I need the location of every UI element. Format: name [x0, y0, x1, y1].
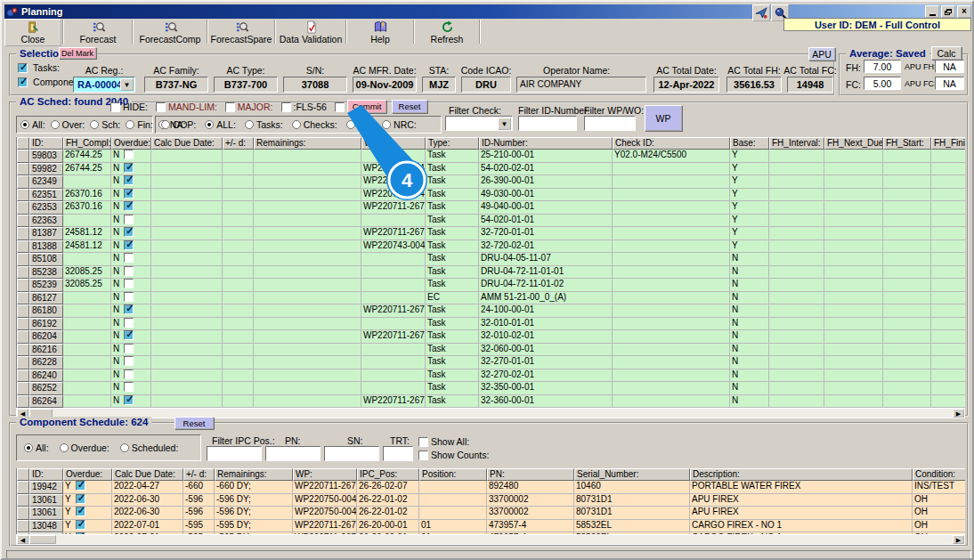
reset-button-component[interactable]: Reset: [175, 417, 214, 429]
aircraft-tool-button[interactable]: [752, 4, 770, 21]
column-header[interactable]: Calc Due Date:: [151, 137, 223, 150]
radio-button[interactable]: [382, 120, 391, 129]
ac-reg-combo[interactable]: RA-00004 ▼: [73, 77, 135, 93]
forecastspare-button[interactable]: ForecastSpare: [209, 19, 273, 46]
filter-check-combo[interactable]: ▼: [445, 116, 513, 131]
column-header[interactable]: Remainings:: [215, 468, 293, 481]
checkbox[interactable]: [110, 102, 120, 112]
table-row[interactable]: 86127NECAMM 51-21-00_0_(A)N: [17, 292, 965, 305]
row-checkbox[interactable]: [124, 227, 134, 237]
radio-button[interactable]: [245, 120, 254, 129]
commit-button[interactable]: Commit: [347, 100, 386, 113]
avg-fh-input[interactable]: 7.00: [864, 60, 901, 73]
checkbox[interactable]: [281, 102, 291, 112]
row-checkbox[interactable]: [124, 150, 134, 159]
radio-button[interactable]: [51, 120, 60, 129]
row-checkbox[interactable]: [124, 304, 134, 314]
column-header[interactable]: IPC_Pos:: [357, 468, 419, 481]
table-row[interactable]: 8138824581.12NWP220743-004Task32-720-02-…: [17, 240, 965, 254]
maximize-restore-button[interactable]: [941, 5, 955, 18]
column-header[interactable]: [17, 137, 29, 150]
row-checkbox[interactable]: [124, 240, 134, 250]
column-header[interactable]: FH_Next_Due:: [824, 137, 883, 150]
filter-wp-wo-input[interactable]: [584, 116, 636, 131]
row-checkbox[interactable]: [124, 330, 134, 340]
table-row[interactable]: 8523932085.25NTaskDRU-04-72-11-01-02N: [17, 279, 965, 292]
column-header[interactable]: FH_Start:: [883, 137, 931, 150]
column-header[interactable]: Overdue:: [63, 468, 112, 481]
column-header[interactable]: PN:: [487, 468, 574, 481]
table-row[interactable]: 5980326744.25NTask25-210-00-01Y02.0-M24/…: [17, 150, 965, 163]
table-row[interactable]: 86252NTask32-350-00-01N: [17, 382, 965, 395]
filter-ipc-pos-input[interactable]: [207, 446, 262, 461]
table-row[interactable]: 13048Y2022-07-01-595-595 DY;WP220711-267…: [17, 520, 965, 533]
column-header[interactable]: Overdue:: [111, 137, 151, 150]
column-header[interactable]: Position:: [419, 468, 487, 481]
radio-button[interactable]: [90, 120, 99, 129]
table-row[interactable]: 86192NTask32-010-01-01N: [17, 318, 965, 331]
radio-button[interactable]: [24, 443, 33, 452]
ac-sched-hscrollbar[interactable]: ◀ ▶: [16, 408, 965, 418]
row-checkbox[interactable]: [124, 266, 134, 276]
row-checkbox[interactable]: [76, 481, 85, 491]
close-button[interactable]: Close: [4, 19, 61, 46]
sn-input[interactable]: [324, 446, 379, 461]
filter-id-number-input[interactable]: [518, 116, 577, 131]
column-header[interactable]: WP:: [361, 137, 426, 150]
row-checkbox[interactable]: [124, 279, 134, 288]
forecast-button[interactable]: Forecast: [65, 19, 131, 46]
column-header[interactable]: ID-Number:: [479, 137, 613, 150]
row-checkbox[interactable]: [76, 494, 85, 504]
close-window-button[interactable]: ×: [957, 5, 971, 18]
row-checkbox[interactable]: [124, 201, 134, 211]
row-checkbox[interactable]: [124, 175, 134, 185]
radio-button[interactable]: [60, 443, 69, 452]
row-checkbox[interactable]: [124, 163, 134, 173]
column-header[interactable]: Check ID:: [613, 137, 730, 150]
table-row[interactable]: 62349NWP220711-004Task26-390-00-01Y: [17, 175, 965, 189]
checkbox[interactable]: [335, 102, 345, 112]
refresh-button[interactable]: Refresh: [416, 19, 478, 46]
column-header[interactable]: Description:: [690, 468, 913, 481]
help-button[interactable]: Help: [348, 19, 412, 46]
chevron-down-icon[interactable]: ▼: [498, 118, 511, 130]
column-header[interactable]: FH_Compl:: [63, 137, 111, 150]
checkbox[interactable]: [156, 102, 166, 112]
table-row[interactable]: 13061Y2022-06-30-596-596 DY;WP220750-004…: [17, 507, 965, 520]
row-checkbox[interactable]: [124, 292, 134, 302]
row-checkbox[interactable]: [124, 356, 134, 366]
forecastcomp-button[interactable]: ForecastComp: [134, 19, 206, 46]
reset-button-ac[interactable]: Reset: [392, 100, 427, 113]
table-row[interactable]: 86180NWP220711-267Task24-100-00-01N: [17, 304, 965, 318]
column-header[interactable]: [17, 468, 29, 481]
scrollbar-thumb[interactable]: [29, 535, 56, 544]
table-row[interactable]: 86264NWP220711-267Task32-360-00-01N: [17, 395, 965, 409]
table-row[interactable]: 86240NTask32-270-02-01N: [17, 369, 965, 383]
table-row[interactable]: 86216NTask32-060-00-01N: [17, 344, 965, 357]
table-row[interactable]: 86228NTask32-270-01-01N: [17, 356, 965, 369]
column-header[interactable]: Remainings:: [254, 137, 361, 150]
row-checkbox[interactable]: [124, 369, 134, 379]
row-checkbox[interactable]: [124, 344, 134, 353]
checkbox[interactable]: [418, 437, 428, 447]
apu-button[interactable]: APU: [808, 47, 835, 61]
table-row[interactable]: 6235126370.16NWP220711-004Task49-030-00-…: [17, 189, 965, 202]
table-row[interactable]: 62363NTask54-020-01-01Y: [17, 215, 965, 228]
table-row[interactable]: 13061Y2022-06-30-596-596 DY;WP220750-004…: [17, 494, 965, 507]
row-checkbox[interactable]: [76, 520, 85, 530]
column-header[interactable]: +/- d:: [183, 468, 215, 481]
calc-button[interactable]: Calc: [931, 46, 962, 60]
column-header[interactable]: Type:: [426, 137, 479, 150]
radio-button[interactable]: [20, 120, 29, 129]
scroll-right-icon[interactable]: ▶: [953, 535, 964, 544]
avg-apu-fc-input[interactable]: NA: [935, 77, 964, 90]
del-mark-button[interactable]: Del Mark: [59, 47, 96, 59]
data-validation-button[interactable]: Data Validation: [277, 19, 345, 46]
components-checkbox[interactable]: [18, 77, 28, 87]
column-header[interactable]: WP:: [293, 468, 357, 481]
chevron-down-icon[interactable]: ▼: [120, 78, 134, 91]
column-header[interactable]: ID:: [29, 137, 63, 150]
wp-button[interactable]: WP: [645, 105, 682, 131]
column-header[interactable]: Serial_Number:: [574, 468, 690, 481]
table-row[interactable]: 5998226744.25NWP220711-004Task54-020-02-…: [17, 163, 965, 176]
